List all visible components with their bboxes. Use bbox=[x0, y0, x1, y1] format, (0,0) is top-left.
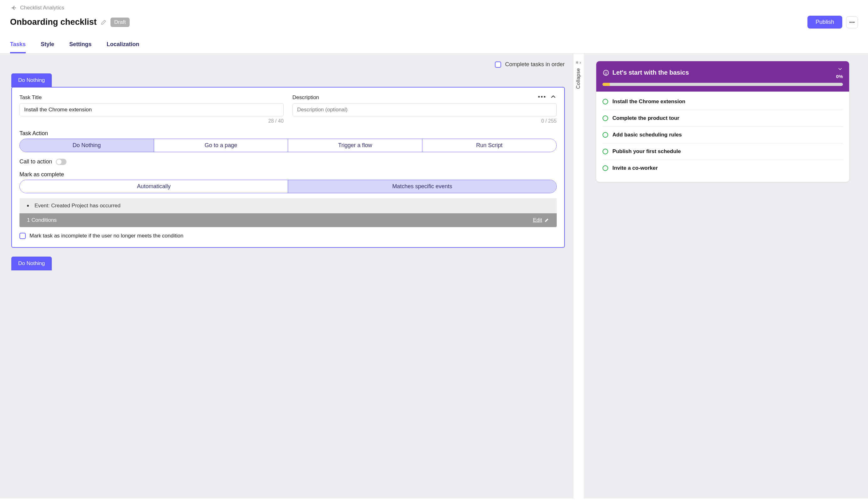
smiley-icon bbox=[602, 69, 609, 76]
pencil-icon bbox=[544, 218, 549, 223]
check-ring-icon bbox=[602, 99, 608, 104]
collapse-preview-button[interactable]: ≡ › Collapse bbox=[573, 54, 584, 498]
task-tab[interactable]: Do Nothing bbox=[11, 73, 52, 87]
tab-settings[interactable]: Settings bbox=[69, 38, 92, 53]
mark-complete-label: Mark as complete bbox=[20, 171, 557, 178]
editor-tabs: Tasks Style Settings Localization bbox=[0, 38, 868, 54]
description-input[interactable] bbox=[292, 103, 557, 116]
edit-title-icon[interactable] bbox=[100, 19, 107, 25]
tab-style[interactable]: Style bbox=[41, 38, 54, 53]
progress-bar bbox=[602, 83, 843, 86]
action-go-to-page[interactable]: Go to a page bbox=[154, 139, 289, 152]
condition-line: Event: Created Project has occurred bbox=[34, 203, 121, 209]
back-breadcrumb[interactable]: Checklist Analytics bbox=[10, 4, 858, 11]
preview-item[interactable]: Complete the product tour bbox=[602, 110, 843, 127]
tab-tasks[interactable]: Tasks bbox=[10, 38, 26, 53]
mark-complete-segmented: Automatically Matches specific events bbox=[20, 180, 557, 193]
mark-incomplete-checkbox[interactable] bbox=[20, 233, 26, 239]
more-actions-button[interactable] bbox=[846, 16, 858, 28]
task-title-input[interactable] bbox=[20, 103, 284, 116]
complete-in-order-checkbox[interactable] bbox=[495, 61, 501, 68]
task-title-label: Task Title bbox=[20, 94, 284, 101]
collapse-task-icon[interactable] bbox=[550, 93, 557, 100]
complete-in-order-label: Complete tasks in order bbox=[505, 61, 565, 68]
check-ring-icon bbox=[602, 149, 608, 154]
task-more-icon[interactable] bbox=[538, 96, 545, 98]
preview-title: Let's start with the basics bbox=[612, 69, 689, 76]
chevron-down-icon[interactable] bbox=[837, 66, 843, 72]
task-action-label: Task Action bbox=[20, 130, 557, 137]
check-ring-icon bbox=[602, 165, 608, 171]
arrow-left-icon bbox=[10, 4, 17, 11]
tab-localization[interactable]: Localization bbox=[107, 38, 139, 53]
conditions-count: 1 Conditions bbox=[27, 217, 57, 223]
check-ring-icon bbox=[602, 115, 608, 121]
action-run-script[interactable]: Run Script bbox=[422, 139, 556, 152]
page-title: Onboarding checklist bbox=[10, 17, 97, 27]
preview-item[interactable]: Publish your first schedule bbox=[602, 143, 843, 160]
collapse-glyph-icon: ≡ › bbox=[576, 60, 581, 65]
bullet-icon bbox=[27, 205, 29, 207]
back-label: Checklist Analytics bbox=[20, 5, 64, 11]
preview-item[interactable]: Add basic scheduling rules bbox=[602, 127, 843, 143]
mark-matches-events[interactable]: Matches specific events bbox=[288, 180, 556, 193]
conditions-block: Event: Created Project has occurred 1 Co… bbox=[20, 198, 557, 227]
mark-incomplete-label: Mark task as incomplete if the user no l… bbox=[30, 233, 183, 239]
task-action-segmented: Do Nothing Go to a page Trigger a flow R… bbox=[20, 139, 557, 152]
svg-point-2 bbox=[607, 72, 607, 72]
cta-toggle[interactable] bbox=[56, 159, 67, 165]
cta-label: Call to action bbox=[20, 158, 52, 165]
action-trigger-flow[interactable]: Trigger a flow bbox=[288, 139, 422, 152]
progress-percent: 0% bbox=[836, 74, 843, 79]
check-ring-icon bbox=[602, 132, 608, 138]
next-task-tab[interactable]: Do Nothing bbox=[11, 257, 52, 270]
action-do-nothing[interactable]: Do Nothing bbox=[20, 139, 154, 152]
task-title-counter: 28 / 40 bbox=[20, 118, 284, 124]
preview-item[interactable]: Install the Chrome extension bbox=[602, 93, 843, 110]
svg-point-1 bbox=[605, 72, 605, 72]
task-card: Task Title 28 / 40 Description 0 / 255 T… bbox=[11, 87, 565, 248]
collapse-label: Collapse bbox=[576, 68, 581, 89]
mark-automatically[interactable]: Automatically bbox=[20, 180, 288, 193]
description-label: Description bbox=[292, 94, 557, 101]
status-badge: Draft bbox=[111, 18, 129, 27]
preview-item[interactable]: Invite a co-worker bbox=[602, 160, 843, 176]
publish-button[interactable]: Publish bbox=[808, 16, 842, 29]
description-counter: 0 / 255 bbox=[292, 118, 557, 124]
checklist-preview: Let's start with the basics 0% Install t… bbox=[596, 61, 849, 182]
edit-conditions-button[interactable]: Edit bbox=[533, 217, 549, 223]
svg-point-0 bbox=[603, 70, 608, 75]
